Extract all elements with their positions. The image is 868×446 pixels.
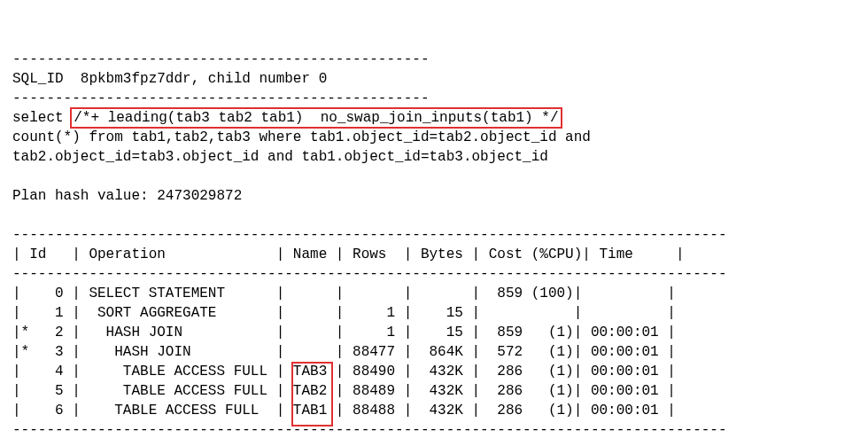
sql-hint-highlight: /*+ leading(tab3 tab2 tab1) no_swap_join… xyxy=(70,107,562,129)
plan-sep-mid: ----------------------------------------… xyxy=(12,266,727,282)
plan-sep-top: ----------------------------------------… xyxy=(12,227,727,243)
sql-id-label: SQL_ID xyxy=(12,71,64,87)
separator-top: ----------------------------------------… xyxy=(12,51,429,67)
separator-mid: ----------------------------------------… xyxy=(12,90,429,106)
sql-id-value: 8pkbm3fpz7ddr, child number 0 xyxy=(81,71,327,87)
plan-sep-bot: ----------------------------------------… xyxy=(12,422,727,438)
sql-line-3: tab2.object_id=tab3.object_id and tab1.o… xyxy=(12,149,548,165)
sql-line-2: count(*) from tab1,tab2,tab3 where tab1.… xyxy=(12,129,591,145)
plan-hash-label: Plan hash value: xyxy=(12,188,149,204)
sql-select-keyword: select xyxy=(12,110,64,126)
plan-hash-value: 2473029872 xyxy=(157,188,242,204)
plan-header-row: | Id | Operation | Name | Rows | Bytes |… xyxy=(12,246,685,262)
plan-body: | 0 | SELECT STATEMENT | | | | 859 (100)… xyxy=(12,286,676,419)
